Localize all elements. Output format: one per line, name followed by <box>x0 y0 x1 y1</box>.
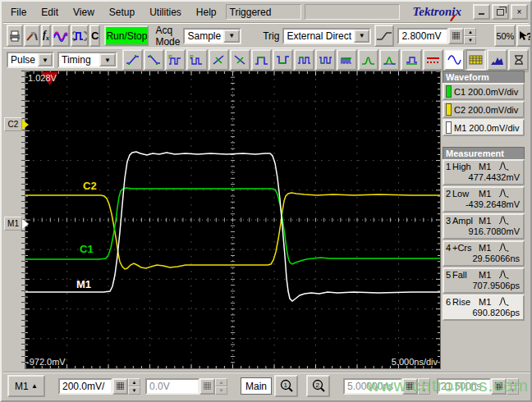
svg-text:C1: C1 <box>80 243 94 255</box>
measurement-panel-header: Measurement <box>443 147 525 159</box>
waveform-plot: C2C1M1 <box>25 71 440 368</box>
spin-up-icon: ▲ <box>215 378 227 386</box>
trig-label: Trig <box>263 30 279 42</box>
peak2-icon[interactable] <box>379 49 400 71</box>
waveform-icon[interactable] <box>52 25 70 47</box>
chevron-down-icon: ▼ <box>38 53 53 66</box>
channel-button-c2[interactable]: C2 200.0mV/div <box>443 101 525 118</box>
tektronix-logo: Tektronix <box>413 5 461 19</box>
m1-marker-arrow-icon <box>22 219 29 229</box>
oscilloscope-window: File Edit View Setup Utilities Help Trig… <box>0 0 532 402</box>
rise-time-icon[interactable] <box>122 49 143 71</box>
horizontal-mode-button[interactable]: Main <box>241 377 272 395</box>
measurement-item-pcrs[interactable]: 4+CrsM1 29.56066ns <box>443 240 525 267</box>
zoom-2-icon[interactable]: 2 <box>306 375 330 397</box>
sidebar: Waveform C1 200.0mV/div C2 200.0mV/div M… <box>443 71 525 375</box>
time-position-spinner: 21.500ns ▲▼ <box>437 378 519 395</box>
neg-pulse-icon[interactable] <box>273 49 293 71</box>
tools-icon[interactable] <box>24 25 40 47</box>
spin-up-icon: ▲ <box>507 378 519 386</box>
pulse-up-icon[interactable] <box>294 49 314 71</box>
pulse-icon <box>498 297 509 307</box>
run-stop-button[interactable]: Run/Stop <box>104 25 149 46</box>
measurement-item-fall[interactable]: 5FallM1 707.9506ps <box>443 267 525 294</box>
trig-level-spinner[interactable]: 2.800mV ▲▼ <box>397 28 476 44</box>
neg-width-icon[interactable]: P <box>186 49 207 71</box>
measurement-item-ampl[interactable]: 3AmplM1 916.7080mV <box>443 213 525 240</box>
spin-up-icon[interactable]: ▲ <box>128 378 140 386</box>
channel-select-button[interactable]: M1 ▲ <box>7 375 45 397</box>
menu-edit[interactable]: Edit <box>34 5 66 20</box>
measure-group-select[interactable]: Timing▼ <box>57 52 117 68</box>
spin-up-icon: ▲ <box>418 378 430 386</box>
measurement-item-low[interactable]: 2LowM1 -439.2648mV <box>443 186 525 212</box>
menu-help[interactable]: Help <box>189 5 224 20</box>
menu-utilities[interactable]: Utilities <box>142 5 189 20</box>
fx-icon[interactable]: fx <box>41 25 51 47</box>
vertical-scale-spinner[interactable]: 200.0mV/ ▲▼ <box>58 378 140 395</box>
chevron-down-icon: ▼ <box>223 30 240 43</box>
help-pointer-icon[interactable]: ? <box>516 25 532 47</box>
measurement-item-rise[interactable]: 6RiseM1 690.8206ps <box>443 295 525 321</box>
pos-pulse-icon[interactable] <box>251 49 272 71</box>
peak-icon[interactable] <box>358 49 378 71</box>
menu-setup[interactable]: Setup <box>102 5 142 20</box>
spin-down-icon[interactable]: ▼ <box>464 36 476 44</box>
acq-mode-label: Acq Mode <box>155 25 180 48</box>
mask-icon[interactable] <box>466 49 486 71</box>
acq-mode-select[interactable]: Sample▼ <box>183 28 241 44</box>
keypad-icon <box>448 28 464 44</box>
cursor-icon[interactable] <box>423 49 443 71</box>
time-scale-spinner: 5.00000ns ▲▼ <box>343 378 430 395</box>
channel-marker-m1[interactable]: M1 <box>4 217 29 231</box>
keypad-icon <box>402 378 418 395</box>
c-button[interactable]: C <box>89 25 100 47</box>
spin-down-icon: ▼ <box>215 386 227 395</box>
menu-file[interactable]: File <box>3 5 34 20</box>
close-button[interactable]: × <box>511 4 528 20</box>
pulse-icon <box>498 243 509 253</box>
graticule[interactable]: C2C1M1 1.028V -972.0mV 5.000ns/div <box>25 71 441 369</box>
channel-button-c1[interactable]: C1 200.0mV/div <box>443 83 525 100</box>
settle-icon[interactable] <box>401 49 421 71</box>
svg-text:1: 1 <box>284 381 288 389</box>
pulse-icon <box>498 162 509 171</box>
chevron-down-icon: ▼ <box>354 30 369 43</box>
measure-category-select[interactable]: Pulse▼ <box>7 52 54 68</box>
pulse-down-icon[interactable] <box>315 49 336 71</box>
bottom-voltage-label: -972.0mV <box>26 357 66 367</box>
vertical-offset-spinner: 0.0V ▲▼ <box>145 378 227 395</box>
pos-width-icon[interactable]: P <box>165 49 186 71</box>
trig-position-button[interactable]: 50% <box>494 25 516 47</box>
measurement-item-high[interactable]: 1HighM1 477.4432mV <box>443 159 525 185</box>
chevron-up-icon: ▲ <box>31 382 38 390</box>
pulse-icon <box>498 216 509 226</box>
c1-color-swatch <box>446 85 452 98</box>
trig-source-select[interactable]: External Direct▼ <box>282 28 371 44</box>
sine-icon[interactable] <box>444 49 465 71</box>
slope-rising-icon[interactable] <box>374 25 394 47</box>
bottom-control-bar: M1 ▲ 200.0mV/ ▲▼ 0.0V ▲▼ Main 1 2 5.0000… <box>3 372 532 399</box>
falling-cross-icon[interactable] <box>230 49 250 71</box>
spin-down-icon[interactable]: ▼ <box>128 386 140 395</box>
c2-marker-arrow-icon <box>22 120 29 130</box>
pulse-icon <box>498 189 509 199</box>
pulse-math-icon[interactable] <box>71 25 89 47</box>
zoom-1-icon[interactable]: 1 <box>274 375 298 397</box>
minimize-button[interactable] <box>473 4 490 20</box>
print-button[interactable] <box>7 25 23 47</box>
menu-view[interactable]: View <box>66 5 102 20</box>
rising-cross-icon[interactable] <box>209 49 229 71</box>
acq-hourglass-icon[interactable] <box>508 49 529 71</box>
channel-marker-c2[interactable]: C2 <box>4 117 29 131</box>
burst-icon[interactable] <box>337 49 357 71</box>
fall-time-icon[interactable] <box>144 49 164 71</box>
spin-up-icon[interactable]: ▲ <box>464 28 476 36</box>
main-toolbar: fx C Run/Stop Acq Mode Sample▼ Trig Exte… <box>3 23 529 48</box>
channel-button-m1[interactable]: M1 200.0mV/div <box>443 119 525 136</box>
measurement-toolbar: Pulse▼ Timing▼ P P <box>3 48 529 72</box>
restore-button[interactable] <box>492 4 509 20</box>
pulse-icon <box>498 270 509 280</box>
svg-text:2: 2 <box>316 381 320 389</box>
histogram-icon[interactable] <box>487 49 507 71</box>
